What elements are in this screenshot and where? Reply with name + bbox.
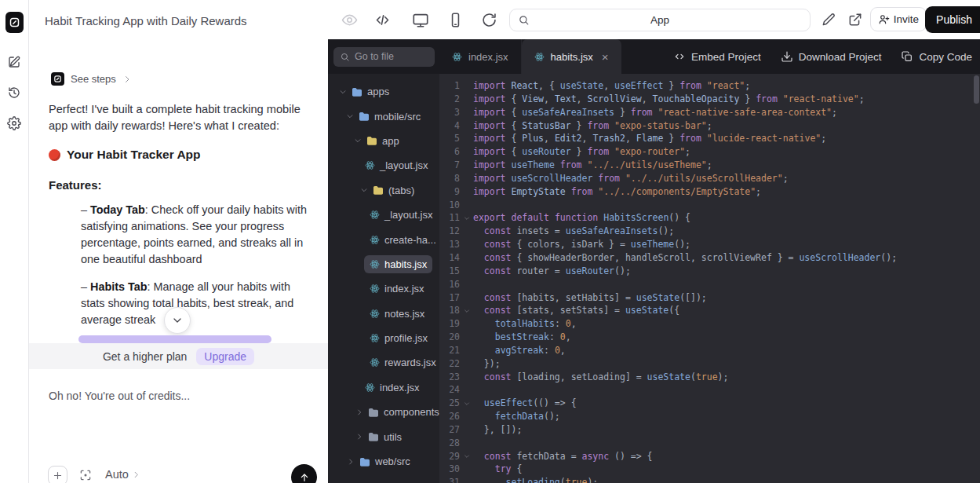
code-line[interactable]: 15 const router = useRouter(); (439, 265, 980, 278)
folder-apps[interactable]: apps (328, 79, 439, 104)
fold-chevron-icon[interactable] (460, 453, 473, 459)
add-attachment-button[interactable] (48, 466, 67, 483)
fold-chevron-icon[interactable] (460, 308, 473, 314)
code-line[interactable]: 2import { View, Text, ScrollView, Toucha… (439, 93, 980, 106)
file-rewards-jsx[interactable]: rewards.jsx (328, 350, 439, 375)
folder-mobile-src[interactable]: mobile/src (328, 104, 439, 128)
chevron-down-icon (339, 88, 347, 96)
plan-banner: Get a higher plan Upgrade (29, 343, 328, 369)
code-line[interactable]: 9import EmptyState from "../../component… (439, 185, 980, 199)
code-editor[interactable]: 1import React, { useState, useEffect } f… (439, 74, 980, 483)
publish-button[interactable]: Publish (925, 6, 980, 33)
open-external-icon[interactable] (847, 12, 863, 28)
code-line[interactable]: 4import { StatusBar } from "expo-status-… (439, 119, 980, 133)
line-number: 29 (439, 450, 460, 463)
close-tab-icon[interactable]: × (602, 51, 609, 63)
code-line[interactable]: 24 (439, 383, 980, 397)
code-line[interactable]: 20 bestStreak: 0, (439, 331, 980, 344)
code-line[interactable]: 30 try { (439, 463, 980, 476)
line-number: 30 (439, 463, 460, 476)
code-line[interactable]: 25 useEffect(() => { (439, 397, 980, 410)
chat-panel: Habit Tracking App with Daily Rewards Se… (29, 0, 328, 483)
code-line[interactable]: 21 avgStreak: 0, (439, 344, 980, 357)
monitor-icon[interactable] (412, 12, 429, 28)
code-line[interactable]: 7import useTheme from "../../utils/useTh… (439, 159, 980, 172)
code-line[interactable]: 10 (439, 199, 980, 212)
copy-code-button[interactable]: Copy Code (901, 50, 972, 63)
chevron-right-icon (355, 433, 363, 441)
new-chat-icon[interactable] (7, 55, 21, 69)
file-create-ha-[interactable]: create-ha... (328, 227, 439, 251)
line-number: 15 (439, 265, 460, 278)
react-file-icon (370, 235, 380, 245)
code-line[interactable]: 28 (439, 437, 980, 450)
code-view-icon[interactable] (374, 12, 391, 28)
code-line[interactable]: 5import { Plus, Edit2, Trash2, Flame } f… (439, 132, 980, 145)
send-button[interactable] (291, 464, 317, 483)
folder-app[interactable]: app (328, 129, 439, 153)
see-steps-button[interactable]: See steps (51, 72, 328, 86)
chevron-down-icon (346, 112, 354, 120)
fold-chevron-icon[interactable] (460, 215, 473, 221)
left-rail (0, 0, 29, 483)
folder-web-src[interactable]: web/src (328, 449, 439, 474)
download-project-button[interactable]: Download Project (781, 50, 882, 63)
url-bar[interactable]: App (509, 9, 811, 31)
embed-project-button[interactable]: Embed Project (673, 50, 761, 63)
mode-label: Auto (105, 468, 129, 481)
tab-index.jsx[interactable]: index.jsx (439, 39, 522, 74)
code-line[interactable]: 31 setLoading(true); (439, 476, 980, 483)
code-line[interactable]: 19 totalHabits: 0, (439, 317, 980, 331)
file-habits-jsx[interactable]: habits.jsx (328, 252, 439, 276)
line-number: 18 (439, 304, 460, 317)
assistant-avatar (51, 72, 64, 86)
code-line[interactable]: 1import React, { useState, useEffect } f… (439, 79, 980, 93)
folder--tabs-[interactable]: (tabs) (328, 178, 439, 203)
code-line[interactable]: 6import { useRouter } from "expo-router"… (439, 145, 980, 159)
code-line[interactable]: 27 }, []); (439, 423, 980, 437)
user-plus-icon (878, 13, 890, 25)
code-line[interactable]: 16 (439, 278, 980, 291)
folder-utils[interactable]: utils (328, 424, 439, 448)
code-line[interactable]: 11export default function HabitsScreen()… (439, 211, 980, 225)
code-line[interactable]: 8import useScrollHeader from "../../util… (439, 172, 980, 185)
settings-gear-icon[interactable] (7, 116, 21, 130)
chevron-right-icon (355, 408, 363, 416)
edit-icon[interactable] (821, 12, 836, 28)
file--layout-jsx[interactable]: _layout.jsx (328, 153, 439, 177)
code-line[interactable]: 14 const { showHeaderBorder, handleScrol… (439, 251, 980, 265)
line-number: 20 (439, 331, 460, 344)
code-line[interactable]: 18 const [stats, setStats] = useState({ (439, 304, 980, 317)
upgrade-button[interactable]: Upgrade (196, 348, 254, 365)
scroll-to-bottom-button[interactable] (164, 307, 191, 334)
code-line[interactable]: 17 const [habits, setHabits] = useState(… (439, 291, 980, 305)
file--layout-jsx[interactable]: _layout.jsx (328, 203, 439, 227)
folder-components[interactable]: components (328, 400, 439, 424)
file-profile-jsx[interactable]: profile.jsx (328, 326, 439, 350)
phone-icon[interactable] (447, 12, 464, 28)
tab-habits.jsx[interactable]: habits.jsx× (522, 39, 621, 74)
file-notes-jsx[interactable]: notes.jsx (328, 302, 439, 326)
folder-icon (359, 457, 370, 467)
code-line[interactable]: 26 fetchData(); (439, 410, 980, 423)
fold-chevron-icon[interactable] (460, 401, 473, 407)
editor-scrollbar-thumb[interactable] (974, 75, 979, 104)
code-lines: 1import React, { useState, useEffect } f… (439, 79, 980, 483)
file-index-jsx[interactable]: index.jsx (328, 276, 439, 301)
file-search-input[interactable]: Go to file (333, 47, 435, 67)
line-number: 7 (439, 159, 460, 172)
invite-button[interactable]: Invite (870, 7, 927, 31)
code-line[interactable]: 12 const insets = useSafeAreaInsets(); (439, 225, 980, 238)
mode-selector[interactable]: Auto (105, 468, 140, 481)
code-line[interactable]: 29 const fetchData = async () => { (439, 450, 980, 463)
eye-icon[interactable] (341, 12, 358, 28)
code-line[interactable]: 23 const [loading, setLoading] = useStat… (439, 371, 980, 384)
history-icon[interactable] (7, 86, 21, 100)
code-line[interactable]: 3import { useSafeAreaInsets } from "reac… (439, 106, 980, 119)
file-index-jsx[interactable]: index.jsx (328, 375, 439, 400)
refresh-icon[interactable] (481, 12, 497, 28)
code-line[interactable]: 13 const { colors, isDark } = useTheme()… (439, 238, 980, 251)
app-logo (5, 12, 24, 33)
code-line[interactable]: 22 }); (439, 357, 980, 371)
scan-icon[interactable] (78, 468, 94, 483)
